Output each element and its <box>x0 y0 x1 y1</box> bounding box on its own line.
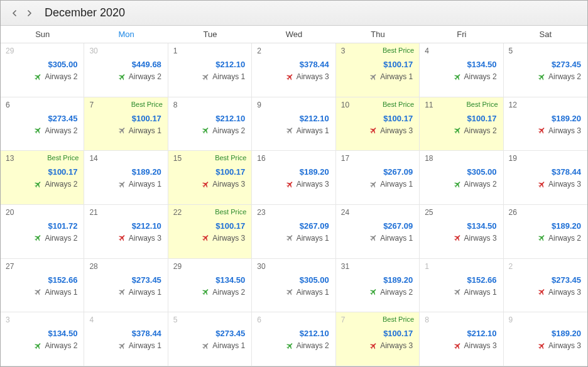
airline-name: Airways 1 <box>380 234 413 243</box>
plane-icon <box>454 73 462 81</box>
calendar-cell[interactable]: 11Best Price$100.17Airways 2 <box>420 97 503 151</box>
calendar-cell[interactable]: 19$378.44Airways 3 <box>504 151 587 205</box>
calendar-cell[interactable]: 13Best Price$100.17Airways 2 <box>1 151 84 205</box>
calendar-cell[interactable]: 3Best Price$100.17Airways 1 <box>336 43 420 97</box>
day-number: 21 <box>89 208 97 217</box>
airline-row: Airways 2 <box>6 72 79 81</box>
calendar-cell[interactable]: 20$101.72Airways 2 <box>1 205 84 259</box>
weekday-thu: Thu <box>336 26 420 43</box>
calendar-cell[interactable]: 29$305.00Airways 2 <box>1 43 84 97</box>
plane-icon <box>369 126 378 134</box>
airline-name: Airways 3 <box>212 234 245 243</box>
airline-row: Airways 3 <box>341 126 414 135</box>
airline-row: Airways 2 <box>341 288 414 297</box>
airline-name: Airways 3 <box>548 288 581 297</box>
month-year-title[interactable]: December 2020 <box>45 6 125 19</box>
flight-price: $305.00 <box>257 275 330 285</box>
airline-row: Airways 2 <box>425 126 498 135</box>
airline-name: Airways 1 <box>297 288 329 297</box>
airline-row: Airways 1 <box>89 341 162 350</box>
calendar-cell[interactable]: 1$152.66Airways 1 <box>420 259 503 313</box>
best-price-label: Best Price <box>215 208 246 216</box>
airline-row: Airways 2 <box>425 180 498 189</box>
day-number: 16 <box>257 154 265 163</box>
plane-icon <box>118 126 126 134</box>
calendar-cell[interactable]: 6$212.10Airways 2 <box>252 312 335 366</box>
calendar-cell[interactable]: 23$267.09Airways 1 <box>252 205 335 259</box>
airline-name: Airways 2 <box>45 72 77 81</box>
day-number: 27 <box>6 262 14 271</box>
day-number: 26 <box>509 208 517 217</box>
calendar-cell[interactable]: 29$134.50Airways 2 <box>168 259 252 313</box>
flight-price: $212.10 <box>89 221 162 231</box>
calendar-cell[interactable]: 15Best Price$100.17Airways 3 <box>168 151 252 205</box>
calendar-cell[interactable]: 31$189.20Airways 2 <box>336 259 420 313</box>
calendar-cell[interactable]: 24$267.09Airways 1 <box>336 205 420 259</box>
calendar-cell[interactable]: 5$273.45Airways 2 <box>504 43 587 97</box>
calendar-cell[interactable]: 7Best Price$100.17Airways 1 <box>84 97 168 151</box>
calendar-cell[interactable]: 7Best Price$100.17Airways 3 <box>336 312 420 366</box>
prev-month-button[interactable] <box>8 6 22 20</box>
airline-name: Airways 1 <box>129 126 161 135</box>
calendar-cell[interactable]: 30$449.68Airways 2 <box>84 43 168 97</box>
calendar-cell[interactable]: 9$189.20Airways 3 <box>504 312 587 366</box>
calendar-cell[interactable]: 28$273.45Airways 1 <box>84 259 168 313</box>
plane-icon <box>202 180 210 189</box>
calendar-cell[interactable]: 27$152.66Airways 1 <box>1 259 84 313</box>
airline-row: Airways 2 <box>173 126 246 135</box>
day-number: 14 <box>89 154 97 163</box>
best-price-label: Best Price <box>466 101 498 108</box>
flight-price: $100.17 <box>341 329 414 338</box>
flight-price: $267.09 <box>341 167 414 177</box>
calendar-cell[interactable]: 26$189.20Airways 2 <box>504 205 587 259</box>
calendar-cell[interactable]: 5$273.45Airways 1 <box>168 312 252 366</box>
airline-row: Airways 2 <box>509 72 582 81</box>
day-number: 12 <box>509 101 517 109</box>
next-month-button[interactable] <box>22 6 36 20</box>
calendar-cell[interactable]: 25$134.50Airways 3 <box>420 205 503 259</box>
calendar-cell[interactable]: 9$212.10Airways 1 <box>252 97 335 151</box>
flight-price: $152.66 <box>425 275 498 285</box>
calendar-cell[interactable]: 4$378.44Airways 1 <box>84 312 168 366</box>
calendar-cell[interactable]: 22Best Price$100.17Airways 3 <box>168 205 252 259</box>
calendar-cell[interactable]: 8$212.10Airways 3 <box>420 312 503 366</box>
airline-name: Airways 1 <box>297 126 329 135</box>
best-price-label: Best Price <box>131 101 163 108</box>
calendar-cell[interactable]: 2$273.45Airways 3 <box>504 259 587 313</box>
day-number: 3 <box>6 315 10 324</box>
calendar-cell[interactable]: 4$134.50Airways 2 <box>420 43 503 97</box>
day-number: 15 <box>173 154 182 163</box>
flight-price: $189.20 <box>509 329 582 338</box>
calendar-cell[interactable]: 21$212.10Airways 3 <box>84 205 168 259</box>
day-number: 22 <box>173 208 182 217</box>
day-number: 4 <box>425 47 429 55</box>
airline-row: Airways 2 <box>425 72 498 81</box>
airline-name: Airways 1 <box>464 288 497 297</box>
flight-price: $378.44 <box>257 60 330 69</box>
weekday-sun: Sun <box>1 26 84 43</box>
calendar-cell[interactable]: 14$189.20Airways 1 <box>84 151 168 205</box>
calendar-cell[interactable]: 6$273.45Airways 2 <box>1 97 84 151</box>
calendar-cell[interactable]: 1$212.10Airways 1 <box>168 43 252 97</box>
weekday-fri: Fri <box>420 26 503 43</box>
day-number: 30 <box>89 47 97 55</box>
airline-name: Airways 3 <box>464 341 497 350</box>
flight-price: $100.17 <box>89 114 162 123</box>
calendar-cell[interactable]: 30$305.00Airways 1 <box>252 259 335 313</box>
day-number: 10 <box>341 101 349 109</box>
airline-row: Airways 3 <box>425 341 498 350</box>
plane-icon <box>34 288 42 296</box>
calendar-cell[interactable]: 2$378.44Airways 3 <box>252 43 335 97</box>
calendar-cell[interactable]: 17$267.09Airways 1 <box>336 151 420 205</box>
calendar-cell[interactable]: 8$212.10Airways 2 <box>168 97 252 151</box>
calendar-cell[interactable]: 10Best Price$100.17Airways 3 <box>336 97 420 151</box>
day-number: 20 <box>6 208 14 217</box>
calendar-cell[interactable]: 16$189.20Airways 3 <box>252 151 335 205</box>
calendar-cell[interactable]: 18$305.00Airways 2 <box>420 151 503 205</box>
plane-icon <box>454 126 462 134</box>
calendar-cell[interactable]: 3$134.50Airways 2 <box>1 312 84 366</box>
flight-price: $212.10 <box>173 114 246 123</box>
best-price-label: Best Price <box>383 101 414 108</box>
airline-name: Airways 2 <box>45 126 77 135</box>
calendar-cell[interactable]: 12$189.20Airways 3 <box>504 97 587 151</box>
